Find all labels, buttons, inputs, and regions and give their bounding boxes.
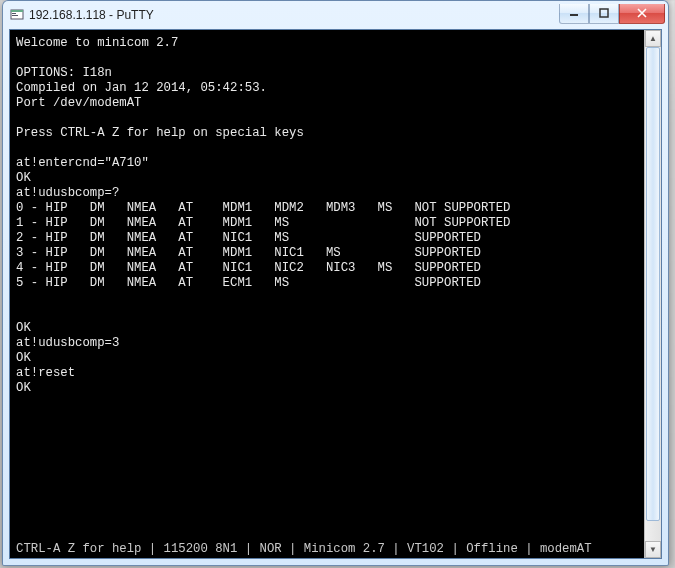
close-button[interactable] xyxy=(619,4,665,24)
maximize-button[interactable] xyxy=(589,4,619,24)
minimize-button[interactable] xyxy=(559,4,589,24)
svg-rect-4 xyxy=(570,14,578,16)
scroll-up-button[interactable]: ▲ xyxy=(645,30,661,47)
scrollbar[interactable]: ▲ ▼ xyxy=(644,30,661,558)
scroll-track[interactable] xyxy=(645,47,661,541)
status-line: CTRL-A Z for help | 115200 8N1 | NOR | M… xyxy=(16,542,640,556)
svg-rect-5 xyxy=(600,9,608,17)
client-area: Welcome to minicom 2.7 OPTIONS: I18n Com… xyxy=(9,29,662,559)
terminal-output[interactable]: Welcome to minicom 2.7 OPTIONS: I18n Com… xyxy=(10,30,644,558)
scroll-thumb[interactable] xyxy=(646,47,660,521)
titlebar[interactable]: 192.168.1.118 - PuTTY xyxy=(3,1,668,29)
scroll-down-button[interactable]: ▼ xyxy=(645,541,661,558)
svg-rect-2 xyxy=(12,13,16,14)
window-buttons xyxy=(559,4,665,24)
svg-rect-3 xyxy=(12,15,18,16)
putty-window: 192.168.1.118 - PuTTY Welcome to minicom… xyxy=(2,0,669,566)
putty-icon xyxy=(9,7,25,23)
window-title: 192.168.1.118 - PuTTY xyxy=(29,8,559,22)
svg-rect-1 xyxy=(11,10,23,12)
